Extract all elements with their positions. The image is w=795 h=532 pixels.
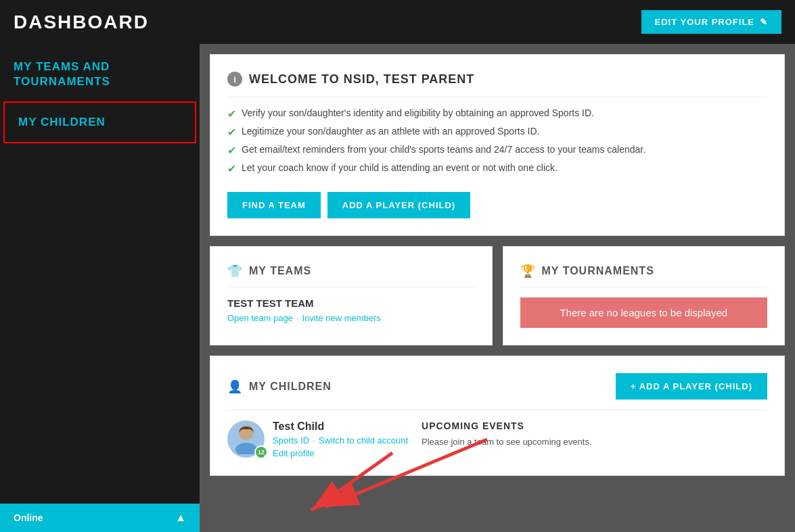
dashboard-title: DASHBOARD xyxy=(14,11,149,33)
chevron-up-icon: ▲ xyxy=(175,512,186,524)
check-icon-4: ✔ xyxy=(227,162,236,175)
child-info: 12 ✓ Test Child Sports ID · Switch to ch… xyxy=(227,420,408,458)
open-team-link[interactable]: Open team page xyxy=(227,313,293,323)
welcome-bullet-3: ✔ Get email/text reminders from your chi… xyxy=(227,144,767,157)
welcome-card: i WELCOME TO NSID, TEST PARENT ✔ Verify … xyxy=(210,54,785,236)
my-children-title: MY CHILDREN xyxy=(249,381,332,393)
my-teams-header: 👕 MY TEAMS xyxy=(227,264,475,287)
team-links: Open team page · Invite new members xyxy=(227,313,475,323)
shirt-icon: 👕 xyxy=(227,264,242,279)
sidebar: MY TEAMS AND TOURNAMENTS MY CHILDREN xyxy=(0,44,200,532)
bottom-bar[interactable]: Online ▲ xyxy=(0,504,200,532)
my-children-header: 👤 MY CHILDREN xyxy=(227,379,332,394)
child-name: Test Child xyxy=(273,420,408,433)
main-layout: MY TEAMS AND TOURNAMENTS MY CHILDREN i W… xyxy=(0,44,795,532)
check-icon-2: ✔ xyxy=(227,126,236,139)
edit-icon: ✎ xyxy=(760,17,768,27)
sports-id-link[interactable]: Sports ID xyxy=(273,435,309,445)
children-header-row: 👤 MY CHILDREN + ADD A PLAYER (CHILD) xyxy=(227,373,767,400)
my-teams-card: 👕 MY TEAMS TEST TEST TEAM Open team page… xyxy=(210,246,493,345)
trophy-icon: 🏆 xyxy=(520,264,535,279)
my-teams-title: MY TEAMS xyxy=(249,265,311,277)
welcome-header: i WELCOME TO NSID, TEST PARENT xyxy=(227,72,767,97)
welcome-title: WELCOME TO NSID, TEST PARENT xyxy=(249,72,474,87)
avatar-container: 12 ✓ xyxy=(227,420,265,458)
children-content: 12 ✓ Test Child Sports ID · Switch to ch… xyxy=(227,420,767,458)
add-player-button[interactable]: ADD A PLAYER (CHILD) xyxy=(327,192,470,218)
welcome-bullet-1: ✔ Verify your son/daughter's identity an… xyxy=(227,107,767,120)
invite-members-link[interactable]: Invite new members xyxy=(302,313,380,323)
check-icon-1: ✔ xyxy=(227,107,236,120)
check-icon-3: ✔ xyxy=(227,144,236,157)
child-details: Test Child Sports ID · Switch to child a… xyxy=(273,420,408,458)
my-tournaments-title: MY TOURNAMENTS xyxy=(542,265,654,277)
child-links: Sports ID · Switch to child account xyxy=(273,435,408,445)
edit-profile-button[interactable]: EDIT YOUR PROFILE ✎ xyxy=(641,10,782,34)
sidebar-my-children-label: MY CHILDREN xyxy=(18,116,106,128)
header: DASHBOARD EDIT YOUR PROFILE ✎ xyxy=(0,0,795,44)
upcoming-events: UPCOMING EVENTS Please join a team to se… xyxy=(422,420,767,458)
avatar-badge: 12 ✓ xyxy=(254,445,268,459)
online-status-label: Online xyxy=(14,512,43,523)
team-name: TEST TEST TEAM xyxy=(227,297,475,309)
link-separator: · xyxy=(296,313,299,323)
welcome-buttons: FIND A TEAM ADD A PLAYER (CHILD) xyxy=(227,192,767,218)
sidebar-item-my-children[interactable]: MY CHILDREN xyxy=(3,101,196,143)
upcoming-events-title: UPCOMING EVENTS xyxy=(422,420,767,431)
my-children-card: 👤 MY CHILDREN + ADD A PLAYER (CHILD) xyxy=(210,356,785,476)
my-tournaments-card: 🏆 MY TOURNAMENTS There are no leagues to… xyxy=(503,246,786,345)
info-icon: i xyxy=(227,72,242,87)
teams-tournaments-row: 👕 MY TEAMS TEST TEST TEAM Open team page… xyxy=(210,246,785,345)
person-icon: 👤 xyxy=(227,379,242,394)
welcome-bullet-4: ✔ Let your coach know if your child is a… xyxy=(227,162,767,175)
content-area: i WELCOME TO NSID, TEST PARENT ✔ Verify … xyxy=(200,44,795,532)
edit-profile-child-link[interactable]: Edit profile xyxy=(273,448,408,458)
my-tournaments-header: 🏆 MY TOURNAMENTS xyxy=(520,264,768,287)
sidebar-my-teams-label: MY TEAMS AND TOURNAMENTS xyxy=(14,60,110,88)
edit-profile-label: EDIT YOUR PROFILE xyxy=(655,17,755,27)
switch-child-link[interactable]: Switch to child account xyxy=(319,435,408,445)
no-leagues-banner: There are no leagues to be displayed xyxy=(520,297,768,328)
sidebar-item-my-teams-tournaments[interactable]: MY TEAMS AND TOURNAMENTS xyxy=(0,47,200,101)
welcome-list: ✔ Verify your son/daughter's identity an… xyxy=(227,107,767,175)
add-player-child-button[interactable]: + ADD A PLAYER (CHILD) xyxy=(616,373,767,400)
find-team-button[interactable]: FIND A TEAM xyxy=(227,192,321,218)
upcoming-events-text: Please join a team to see upcoming event… xyxy=(422,437,767,447)
welcome-bullet-2: ✔ Legitimize your son/daughter as an ath… xyxy=(227,126,767,139)
svg-point-1 xyxy=(235,443,257,454)
children-content-area: 12 ✓ Test Child Sports ID · Switch to ch… xyxy=(227,410,767,458)
